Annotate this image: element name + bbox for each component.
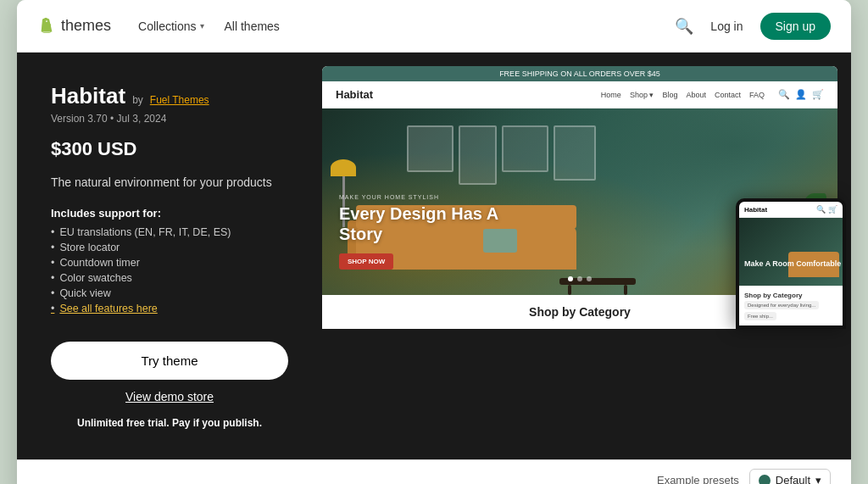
theme-description: The natural environment for your product… [51, 174, 288, 192]
mobile-section-title: Shop by Category [744, 292, 837, 299]
search-icon[interactable]: 🔍 [675, 17, 693, 36]
mobile-hero: Make A Room Comfortable [739, 218, 843, 286]
slider-dot-1[interactable] [568, 276, 573, 281]
mobile-cart-icon[interactable]: 🛒 [828, 205, 837, 214]
list-item: Color swatches [51, 272, 288, 284]
preset-select[interactable]: Default ▾ [749, 469, 831, 484]
logo-area: themes [37, 17, 111, 36]
wall-frame-1 [407, 125, 453, 172]
mobile-inner: Habitat 🔍 🛒 Make A Room Comfortable Shop [739, 202, 843, 325]
free-trial-rest: Pay if you publish. [170, 417, 262, 429]
theme-version: Version 3.70 • Jul 3, 2024 [51, 113, 288, 125]
all-themes-link[interactable]: All themes [225, 19, 280, 33]
store-nav-shop[interactable]: Shop ▾ [630, 91, 654, 99]
left-panel: Habitat by Fuel Themes Version 3.70 • Ju… [17, 53, 322, 459]
theme-title-row: Habitat by Fuel Themes [51, 83, 288, 109]
slider-dot-3[interactable] [587, 276, 592, 281]
store-nav-blog[interactable]: Blog [662, 91, 677, 99]
features-list: EU translations (EN, FR, IT, DE, ES) Sto… [51, 226, 288, 318]
example-presets-label: Example presets [657, 474, 739, 484]
try-theme-button[interactable]: Try theme [51, 342, 288, 380]
list-item: Quick view [51, 287, 288, 299]
theme-by-label: by [132, 94, 143, 106]
preset-color-indicator [759, 475, 771, 485]
preview-container: FREE SHIPPING ON ALL ORDERS OVER $45 Hab… [322, 66, 837, 329]
wall-frame-3 [502, 125, 548, 172]
mobile-chip-1: Designed for everyday living... [744, 301, 819, 309]
view-demo-link[interactable]: View demo store [51, 390, 288, 403]
nav-right: 🔍 Log in Sign up [675, 13, 831, 40]
slider-dots [568, 276, 592, 281]
list-item: EU translations (EN, FR, IT, DE, ES) [51, 226, 288, 238]
main-content: Habitat by Fuel Themes Version 3.70 • Ju… [17, 53, 851, 459]
wall-frames [407, 125, 596, 185]
includes-title: Includes support for: [51, 207, 288, 220]
mobile-chips: Designed for everyday living... Free shi… [744, 301, 837, 320]
store-nav-contact[interactable]: Contact [715, 91, 741, 99]
top-navigation: themes Collections ▾ All themes 🔍 Log in… [17, 0, 851, 53]
store-logo: Habitat [336, 88, 373, 101]
hero-text: MAKE YOUR HOME STYLISH Every Design Has … [339, 194, 498, 244]
store-icons: 🔍 👤 🛒 [778, 89, 824, 100]
store-search-icon[interactable]: 🔍 [778, 89, 790, 100]
mobile-store-logo: Habitat [744, 206, 767, 214]
nav-links: Collections ▾ All themes [138, 19, 675, 33]
hero-heading: Every Design Has A Story [339, 203, 498, 244]
wall-frame-4 [554, 125, 596, 181]
table-leg-2 [624, 285, 627, 295]
store-nav-faq[interactable]: FAQ [749, 91, 765, 99]
store-nav-home[interactable]: Home [601, 91, 621, 99]
shopify-icon [37, 17, 56, 36]
preset-value-label: Default [776, 474, 810, 484]
signup-button[interactable]: Sign up [760, 13, 831, 40]
collections-link[interactable]: Collections ▾ [138, 19, 203, 33]
logo-text: themes [61, 17, 111, 35]
table-leg-1 [568, 285, 571, 295]
list-item: Countdown timer [51, 257, 288, 269]
wall-frame-2 [459, 125, 497, 185]
chevron-down-icon: ▾ [815, 474, 821, 484]
browser-window: themes Collections ▾ All themes 🔍 Log in… [17, 0, 851, 484]
theme-author-link[interactable]: Fuel Themes [150, 94, 209, 106]
store-nav-about[interactable]: About [686, 91, 706, 99]
lamp-head [331, 159, 356, 176]
theme-price: $300 USD [51, 138, 288, 160]
store-cart-icon[interactable]: 🛒 [812, 89, 824, 100]
store-topbar: FREE SHIPPING ON ALL ORDERS OVER $45 [322, 66, 837, 81]
mobile-store-nav: Habitat 🔍 🛒 [739, 202, 843, 218]
hero-subtitle: MAKE YOUR HOME STYLISH [339, 194, 498, 200]
mobile-search-icon[interactable]: 🔍 [816, 205, 826, 214]
mobile-preview: Habitat 🔍 🛒 Make A Room Comfortable Shop [736, 198, 846, 329]
theme-name: Habitat [51, 83, 125, 109]
store-nav: Habitat Home Shop ▾ Blog About Contact F… [322, 81, 837, 108]
login-link[interactable]: Log in [710, 19, 743, 33]
slider-dot-2[interactable] [577, 276, 582, 281]
store-nav-links: Home Shop ▾ Blog About Contact FAQ [601, 91, 765, 99]
chevron-down-icon: ▾ [200, 21, 204, 31]
store-user-icon[interactable]: 👤 [795, 89, 807, 100]
list-item[interactable]: See all features here [51, 303, 288, 314]
free-trial-bold: Unlimited free trial. [77, 417, 170, 429]
free-trial-text: Unlimited free trial. Pay if you publish… [51, 417, 288, 429]
mobile-section: Shop by Category Designed for everyday l… [739, 286, 843, 325]
list-item: Store locator [51, 242, 288, 253]
mobile-hero-heading: Make A Room Comfortable [744, 259, 841, 269]
mobile-store-icons: 🔍 🛒 [816, 205, 837, 214]
shop-now-button[interactable]: SHOP NOW [339, 253, 393, 270]
mobile-chip-2: Free ship... [744, 312, 776, 320]
bottom-bar: Example presets Default ▾ [17, 459, 851, 484]
right-panel: FREE SHIPPING ON ALL ORDERS OVER $45 Hab… [322, 53, 851, 459]
